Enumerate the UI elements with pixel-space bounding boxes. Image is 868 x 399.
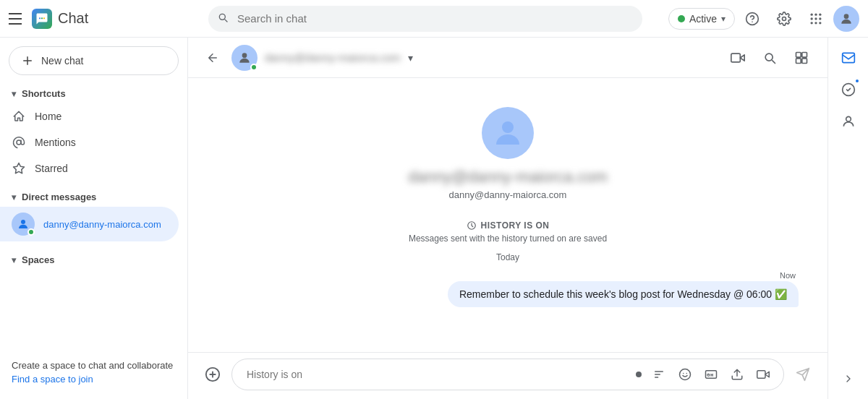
format-text-button[interactable] <box>647 363 671 386</box>
spaces-header[interactable]: ▾ Spaces <box>0 250 187 270</box>
gif-button[interactable] <box>699 363 723 386</box>
svg-point-15 <box>17 140 21 145</box>
svg-point-28 <box>686 373 688 374</box>
status-button[interactable]: Active ▾ <box>668 8 735 30</box>
new-chat-button[interactable]: New chat <box>9 46 179 75</box>
tasks-badge <box>854 78 860 84</box>
svg-rect-22 <box>802 58 807 63</box>
history-label: HISTORY IS ON <box>481 220 550 231</box>
svg-point-1 <box>41 17 43 19</box>
contact-name: danny@danny-maiorca.com <box>265 51 401 64</box>
upload-button[interactable] <box>726 363 749 386</box>
top-bar-left: Chat <box>9 9 197 29</box>
star-icon <box>12 161 26 176</box>
svg-point-23 <box>502 121 514 133</box>
message-bubble: Remember to schedule this week's blog po… <box>448 281 799 307</box>
dm-section-header[interactable]: ▾ Direct messages <box>0 187 187 207</box>
shortcuts-header[interactable]: ▾ Shortcuts <box>0 84 187 103</box>
svg-point-11 <box>811 22 813 24</box>
input-dot-indicator <box>636 372 642 377</box>
search-input[interactable] <box>208 6 642 32</box>
app-logo <box>32 9 52 29</box>
top-bar-right: Active ▾ <box>668 4 859 33</box>
svg-point-17 <box>242 53 247 58</box>
shortcuts-label: Shortcuts <box>22 88 66 99</box>
svg-point-16 <box>21 220 25 224</box>
search-bar <box>208 6 642 32</box>
video-call-button[interactable] <box>723 43 752 72</box>
settings-button[interactable] <box>770 4 799 33</box>
message-row: Remember to schedule this week's blog po… <box>217 281 799 307</box>
emoji-button[interactable] <box>673 363 697 386</box>
sidebar-item-starred[interactable]: Starred <box>0 155 179 181</box>
help-button[interactable] <box>738 4 767 33</box>
chat-settings-button[interactable] <box>787 43 816 72</box>
sidebar-item-dm-contact[interactable]: danny@danny-maiorca.com <box>0 207 179 241</box>
svg-point-26 <box>680 369 691 380</box>
svg-point-2 <box>43 17 45 19</box>
send-button[interactable] <box>790 361 816 387</box>
shortcuts-section: ▾ Shortcuts Home Mentions <box>0 81 187 184</box>
svg-rect-21 <box>796 58 801 63</box>
video-message-button[interactable] <box>752 363 775 386</box>
back-button[interactable] <box>200 45 226 71</box>
svg-rect-30 <box>757 371 765 379</box>
svg-point-9 <box>814 17 817 20</box>
chat-profile-name: danny@danny-maiorca.com <box>408 168 607 186</box>
chat-input-area <box>188 352 827 399</box>
message-input[interactable] <box>241 369 636 380</box>
chat-profile: danny@danny-maiorca.com danny@danny-maio… <box>408 107 607 200</box>
dm-contact-avatar <box>12 213 35 236</box>
chat-area: danny@danny-maiorca.com ▾ <box>188 38 827 399</box>
search-icon <box>217 12 229 26</box>
message-text: Remember to schedule this week's blog po… <box>459 288 787 300</box>
svg-point-27 <box>683 373 684 374</box>
svg-point-10 <box>819 17 821 20</box>
svg-point-7 <box>819 13 821 15</box>
message-input-wrapper <box>231 359 784 390</box>
svg-point-0 <box>39 17 41 19</box>
find-space-link[interactable]: Find a space to join <box>12 374 93 385</box>
mentions-label: Mentions <box>35 137 76 148</box>
right-panel-contacts-button[interactable] <box>834 107 863 136</box>
sidebar: New chat ▾ Shortcuts Home <box>0 38 188 399</box>
chat-profile-email-sub: danny@danny-maiorca.com <box>449 189 567 200</box>
chat-header-actions <box>723 43 816 72</box>
svg-rect-31 <box>842 53 854 62</box>
starred-label: Starred <box>35 163 68 174</box>
add-attachment-button[interactable] <box>200 361 226 387</box>
apps-button[interactable] <box>801 4 830 33</box>
contact-avatar <box>231 45 258 71</box>
svg-point-8 <box>811 17 813 20</box>
dm-chevron-icon: ▾ <box>12 192 16 202</box>
svg-rect-18 <box>731 53 741 62</box>
svg-point-4 <box>752 21 753 22</box>
hamburger-menu-icon[interactable] <box>9 10 26 27</box>
right-panel <box>827 38 868 399</box>
dm-section-label: Direct messages <box>22 192 96 202</box>
chat-profile-avatar <box>482 107 534 159</box>
layout: New chat ▾ Shortcuts Home <box>0 38 868 399</box>
home-icon <box>12 109 26 124</box>
user-avatar[interactable] <box>833 6 859 32</box>
dm-status-dot <box>27 228 35 236</box>
spaces-section: ▾ Spaces <box>0 250 187 270</box>
right-panel-tasks-button[interactable] <box>834 75 863 104</box>
svg-point-13 <box>819 22 821 24</box>
search-in-chat-button[interactable] <box>755 43 784 72</box>
new-chat-label: New chat <box>41 55 83 66</box>
expand-panel-button[interactable] <box>834 364 863 393</box>
mentions-icon <box>12 135 26 150</box>
spaces-chevron-icon: ▾ <box>12 255 16 265</box>
contact-chevron-icon[interactable]: ▾ <box>408 52 413 64</box>
sidebar-item-mentions[interactable]: Mentions <box>0 129 179 155</box>
today-label: Today <box>496 252 519 262</box>
sidebar-item-home[interactable]: Home <box>0 103 179 129</box>
status-chevron-icon: ▾ <box>721 14 726 24</box>
home-label: Home <box>35 111 61 122</box>
history-info: HISTORY IS ON <box>467 220 550 231</box>
spaces-footer: Create a space to chat and collaborate F… <box>0 351 187 393</box>
status-dot <box>678 15 685 22</box>
status-label: Active <box>689 13 717 25</box>
right-panel-mail-button[interactable] <box>834 43 863 72</box>
